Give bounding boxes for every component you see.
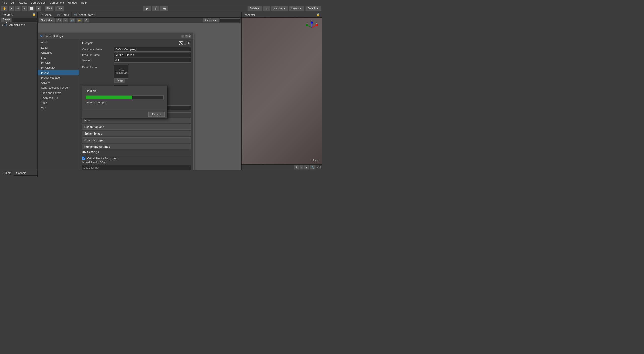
section-icon[interactable]: Icon [82, 118, 191, 123]
tab-console[interactable]: Console [14, 170, 29, 176]
layers-btn[interactable]: Layers ▼ [289, 6, 304, 11]
sidebar-script-execution[interactable]: Script Execution Order [38, 85, 79, 90]
section-splash[interactable]: Splash Image [82, 131, 191, 136]
sidebar-tags-layers[interactable]: Tags and Layers [38, 90, 79, 95]
importing-text: Importing scripts. [86, 101, 164, 104]
sidebar-editor[interactable]: Editor [38, 45, 79, 50]
hierarchy-lock-icon[interactable]: 🔒 [32, 13, 36, 16]
menu-help[interactable]: Help [79, 1, 88, 5]
bottom-left-panel: Project Console ▶ ★ Favorites ▼ 📁 Assets… [0, 170, 38, 177]
shaded-label: Shaded [41, 19, 50, 22]
insp-btn-2[interactable]: ↕ [299, 165, 304, 170]
player-icon-3[interactable]: ⚙ [188, 41, 191, 45]
inspector-lock-icon[interactable]: 🔒 [316, 13, 320, 16]
pause-btn[interactable]: ⏸ [152, 6, 160, 11]
hierarchy-search[interactable] [12, 18, 37, 22]
svg-text:Y: Y [306, 23, 307, 25]
default-btn[interactable]: Default ▼ [305, 6, 321, 11]
hierarchy-create-btn[interactable]: Create ▼ [1, 18, 12, 22]
step-btn[interactable]: ⏭ [160, 6, 168, 11]
gizmos-label: Gizmos ▼ [205, 19, 217, 22]
play-btn[interactable]: ▶ [143, 6, 151, 11]
shaded-btn[interactable]: Shaded ▼ [39, 18, 55, 23]
sidebar-preset-manager[interactable]: Preset Manager [38, 75, 79, 80]
rect-tool-btn[interactable]: ⬜ [28, 6, 35, 11]
default-icon-label: Default Icon [82, 65, 112, 69]
insp-btn-4[interactable]: 🔧 [310, 165, 316, 170]
local-btn[interactable]: Local [55, 6, 64, 11]
dialog-buttons: – □ × [181, 35, 191, 38]
hierarchy-title: Hierarchy [2, 13, 13, 16]
menu-window[interactable]: Window [66, 1, 79, 5]
version-input[interactable] [114, 58, 191, 63]
rotate-tool-btn[interactable]: ↻ [15, 6, 21, 11]
project-assets-area: Scenes [23, 176, 37, 177]
product-name-input[interactable] [114, 53, 191, 57]
minimize-btn[interactable]: – [181, 35, 184, 38]
menu-component[interactable]: Component [48, 1, 65, 5]
player-icon-1[interactable]: 🖼 [179, 41, 183, 45]
sidebar-player[interactable]: Player [38, 70, 79, 75]
scene-search[interactable] [220, 18, 240, 22]
maximize-btn[interactable]: □ [185, 35, 188, 38]
player-icon-2[interactable]: ⊞ [184, 41, 187, 45]
move-tool-btn[interactable]: ✦ [9, 6, 14, 11]
inspector-bottom-toolbar: ⊞ ↕ ↗ 🔧 ⚙9 [242, 164, 322, 170]
settings-icon: ⚙ [40, 34, 43, 38]
transform-tool-btn[interactable]: ✖ [36, 6, 41, 11]
light-btn[interactable]: ☀ [63, 18, 68, 23]
scale-tool-btn[interactable]: ⊞ [22, 6, 27, 11]
sidebar-physics2d[interactable]: Physics 2D [38, 65, 79, 70]
inspector-header: Inspector 🔒 [242, 12, 322, 18]
tab-scene[interactable]: ⬡ Scene [38, 12, 54, 18]
audio-btn[interactable]: 🔊 [69, 18, 75, 23]
effects-btn[interactable]: ✨ [76, 18, 83, 23]
vr-supported-checkbox[interactable] [82, 157, 85, 160]
insp-count: ⚙9 [317, 166, 321, 169]
sidebar-time[interactable]: Time [38, 100, 79, 105]
vr-supported-label: Virtual Reality Supported [87, 157, 117, 160]
hidden-btn[interactable]: 👁 [84, 18, 89, 23]
menu-gameobject[interactable]: GameObject [29, 1, 48, 5]
account-btn[interactable]: Account ▼ [271, 6, 288, 11]
separator-1 [43, 6, 43, 11]
cloud-btn[interactable]: ☁ [263, 6, 270, 11]
sidebar-textmesh[interactable]: TextMesh Pro [38, 95, 79, 100]
collab-btn[interactable]: Collab ▼ [247, 6, 262, 11]
view-tab-bar: ⬡ Scene 🎮 Game 🛒 Asset Store [38, 12, 241, 18]
section-other[interactable]: Other Settings [82, 137, 191, 143]
insp-btn-3[interactable]: ↗ [304, 165, 309, 170]
section-resolution[interactable]: Resolution and [82, 124, 191, 130]
pivot-btn[interactable]: Pivot [45, 6, 54, 11]
favorites-item[interactable]: ▶ ★ Favorites [1, 177, 22, 177]
sidebar-input[interactable]: Input [38, 55, 79, 60]
close-btn[interactable]: × [188, 35, 191, 38]
company-name-input[interactable] [114, 47, 191, 52]
gizmos-btn[interactable]: Gizmos ▼ [203, 18, 219, 23]
tab-project[interactable]: Project [0, 170, 14, 176]
2d-btn[interactable]: 2D [56, 18, 62, 23]
icon-preview-text: None(Texture 2D) [115, 69, 128, 74]
tab-asset-store[interactable]: 🛒 Asset Store [72, 12, 96, 18]
sidebar-vfx[interactable]: VFX [38, 105, 79, 110]
hierarchy-scene-item[interactable]: ▶ ⬡ SampleScene [0, 23, 37, 27]
tab-game[interactable]: 🎮 Game [54, 12, 72, 18]
menu-file[interactable]: File [1, 1, 9, 5]
hierarchy-header: Hierarchy 🔒 [0, 12, 37, 17]
scene-view: ⚙ Project Settings – □ × Audio Editor Gr… [38, 23, 241, 170]
cancel-btn[interactable]: Cancel [148, 112, 165, 117]
icon-select-btn[interactable]: Select [114, 79, 125, 83]
menu-edit[interactable]: Edit [9, 1, 17, 5]
scenes-asset[interactable]: Scenes [24, 177, 36, 177]
hand-tool-btn[interactable]: ✋ [1, 6, 8, 11]
sidebar-physics[interactable]: Physics [38, 60, 79, 65]
hold-on-footer: Cancel [82, 110, 167, 118]
menu-assets[interactable]: Assets [17, 1, 29, 5]
section-publishing[interactable]: Publishing Settings [82, 144, 191, 149]
menu-bar: File Edit Assets GameObject Component Wi… [0, 0, 322, 5]
asset-store-tab-label: Asset Store [79, 13, 93, 16]
insp-btn-1[interactable]: ⊞ [294, 165, 299, 170]
sidebar-quality[interactable]: Quality [38, 80, 79, 85]
sidebar-audio[interactable]: Audio [38, 40, 79, 45]
sidebar-graphics[interactable]: Graphics [38, 50, 79, 55]
